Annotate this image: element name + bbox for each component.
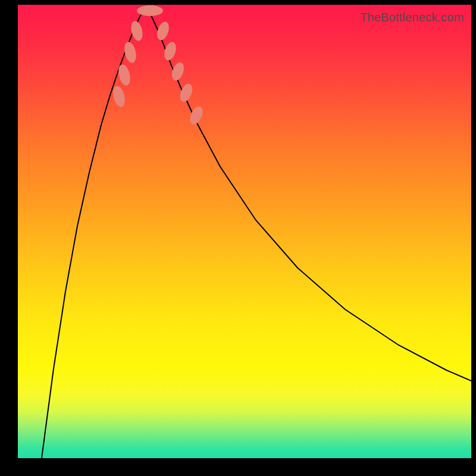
- marker-right-3: [170, 61, 186, 82]
- marker-right-1: [155, 20, 171, 42]
- marker-right-2: [162, 40, 178, 62]
- marker-bottom: [137, 5, 163, 16]
- marker-group: [111, 5, 205, 126]
- chart-plot-area: TheBottleneck.com: [18, 5, 471, 458]
- curve-left-branch: [42, 7, 146, 458]
- marker-left-3: [123, 40, 138, 64]
- marker-left-2: [117, 63, 132, 86]
- curve-right-branch: [146, 7, 471, 381]
- chart-svg: [18, 5, 471, 458]
- marker-left-1: [111, 84, 127, 108]
- marker-left-4: [129, 20, 145, 42]
